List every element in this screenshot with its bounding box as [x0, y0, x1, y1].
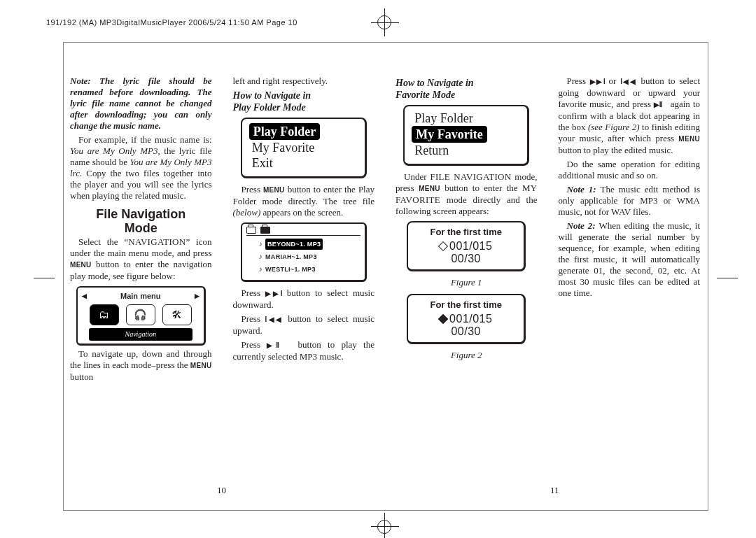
- play-button-instruction: Press ▶II button to play the currently s…: [233, 339, 375, 362]
- column-3: How to Navigate in Favorite Mode Play Fo…: [396, 76, 538, 481]
- note-2-label: Note 2:: [567, 220, 596, 231]
- menu-item-my-favorite: My Favorite: [412, 126, 486, 143]
- column-1: Note: The lyric file should be renamed b…: [70, 76, 212, 481]
- prev-button-instruction: Press I◀◀ button to select music upward.: [233, 313, 375, 337]
- select-favorite-paragraph: Press ▶▶I or I◀◀ button to select going …: [559, 76, 701, 156]
- crop-mark: [34, 278, 55, 278]
- text: button: [70, 371, 93, 382]
- text: Under: [404, 171, 430, 182]
- tree-file-1: ♪BEYOND~1. MP3: [246, 238, 360, 250]
- figure-line-1: 001/015: [412, 313, 519, 325]
- folder-open-icon: [260, 227, 270, 234]
- text: How to Navigate in: [233, 90, 312, 101]
- navigation-label: NAVIGATION: [128, 236, 186, 247]
- crop-mark: [377, 520, 391, 534]
- text: Press: [241, 288, 266, 298]
- figure-title: For the first time: [412, 227, 519, 238]
- screen-selected-label: Navigation: [89, 328, 192, 341]
- text: Press: [241, 339, 267, 350]
- heading-file-navigation: File Navigation Mode: [70, 207, 212, 235]
- heading-favorite-mode: How to Navigate in Favorite Mode: [396, 77, 538, 101]
- text: Mode: [125, 221, 158, 235]
- screen-title-row: ◀ Main menu ▶: [82, 290, 200, 302]
- text: Select the “: [78, 236, 128, 247]
- text: button to enter the: [440, 183, 522, 193]
- screen-icons: 🗂 🎧 🛠: [82, 304, 200, 325]
- crop-mark: [717, 278, 738, 278]
- left-arrow-icon: ◀: [82, 290, 87, 302]
- column-4: Press ▶▶I or I◀◀ button to select going …: [559, 76, 701, 481]
- example-paragraph: For example, if the music name is: You a…: [70, 134, 212, 201]
- figure-line-2: 00/30: [412, 325, 519, 338]
- text: button to enter the navigation play mode…: [70, 259, 212, 281]
- note-1-label: Note 1:: [567, 184, 596, 194]
- continuation-text: left and right respectively.: [233, 76, 375, 87]
- print-header: 191/192 (MA) MP3DigitalMusicPlayer 2006/…: [46, 18, 298, 27]
- main-menu-screen: ◀ Main menu ▶ 🗂 🎧 🛠 Navigation: [76, 286, 206, 346]
- play-pause-icon: ▶II: [267, 341, 279, 349]
- see-figure-ref: (see Figure 2): [588, 122, 640, 132]
- counter: 001/015: [449, 313, 492, 325]
- file-name: BEYOND~1. MP3: [265, 239, 323, 250]
- next-track-icon: ▶▶I: [590, 78, 605, 85]
- text: When editing the music, it will generate…: [559, 220, 701, 298]
- prev-track-icon: I◀◀: [620, 78, 636, 85]
- menu-button-label: MENU: [70, 261, 92, 269]
- note-lyric-file: Note: The lyric file should be renamed b…: [70, 76, 212, 132]
- text: or: [605, 76, 620, 86]
- text: File Navigation: [96, 207, 186, 221]
- file-name: WESTLI~1. MP3: [265, 264, 316, 275]
- prev-track-icon: I◀◀: [265, 316, 284, 323]
- text: Press: [567, 76, 590, 86]
- music-name-example: You are My Only MP3: [70, 146, 158, 156]
- menu-button-label: MENU: [419, 185, 440, 192]
- menu-item-my-favorite: My Favorite: [249, 140, 358, 155]
- menu-item-exit: Exit: [249, 155, 358, 171]
- tree-header: [246, 227, 360, 236]
- menu-item-return: Return: [412, 143, 520, 158]
- navigation-icon: 🗂: [90, 304, 119, 325]
- menu-button-label: MENU: [678, 135, 700, 143]
- menu-item-play-folder: Play Folder: [249, 123, 320, 140]
- file-name: MARIAH~1. MP3: [265, 251, 317, 262]
- menu-item-play-folder: Play Folder: [412, 111, 520, 126]
- menu-button-label: MENU: [263, 186, 285, 194]
- figure-2-screen: For the first time 001/015 00/30: [407, 294, 526, 344]
- enter-favorite-paragraph: Under FILE NAVIGATION mode, press MENU b…: [396, 171, 538, 217]
- diamond-filled-icon: [438, 314, 448, 324]
- text: appears on the screen.: [260, 207, 343, 218]
- enter-play-folder-paragraph: Press MENU button to enter the Play Fold…: [233, 184, 375, 218]
- select-navigation-paragraph: Select the “NAVIGATION” icon under the m…: [70, 236, 212, 282]
- folder-closed-icon: [246, 227, 256, 234]
- text: Press: [241, 313, 265, 324]
- content-columns: Note: The lyric file should be renamed b…: [70, 76, 700, 481]
- column-2: left and right respectively. How to Navi…: [233, 76, 375, 481]
- text: Press: [241, 184, 263, 194]
- text: For example, if the music name is:: [78, 134, 212, 145]
- figure-line-2: 00/30: [412, 253, 519, 265]
- text: button to play the edited music.: [559, 145, 673, 155]
- diamond-icon: [438, 241, 448, 251]
- repeat-operation-paragraph: Do the same operation for editing additi…: [559, 159, 701, 181]
- screen-title: Main menu: [120, 290, 160, 302]
- music-icon: ♪: [259, 251, 262, 262]
- tools-icon: 🛠: [162, 304, 192, 325]
- tree-file-3: ♪WESTLI~1. MP3: [246, 263, 360, 276]
- right-arrow-icon: ▶: [195, 290, 200, 302]
- page-number-left: 10: [217, 485, 226, 496]
- figure-line-1: 001/015: [412, 240, 519, 253]
- counter: 001/015: [449, 240, 492, 252]
- page-number-right: 11: [550, 485, 559, 496]
- next-button-instruction: Press ▶▶I button to select music downwar…: [233, 288, 375, 311]
- text: How to Navigate in: [396, 78, 474, 88]
- next-track-icon: ▶▶I: [265, 290, 282, 297]
- play-pause-icon: ▶II: [654, 101, 662, 108]
- tree-file-screen: ♪BEYOND~1. MP3 ♪MARIAH~1. MP3 ♪WESTLI~1.…: [241, 222, 367, 282]
- note-1-paragraph: Note 1: The music edit method is only ap…: [559, 184, 701, 218]
- music-icon: ♪: [259, 264, 262, 275]
- heading-play-folder-mode: How to Navigate in Play Folder Mode: [233, 90, 375, 113]
- music-icon: ♪: [259, 239, 262, 250]
- navigate-instruction: To navigate up, down and through the lin…: [70, 348, 212, 383]
- note-2-paragraph: Note 2: When editing the music, it will …: [559, 220, 701, 299]
- figure-1-screen: For the first time 001/015 00/30: [407, 221, 526, 271]
